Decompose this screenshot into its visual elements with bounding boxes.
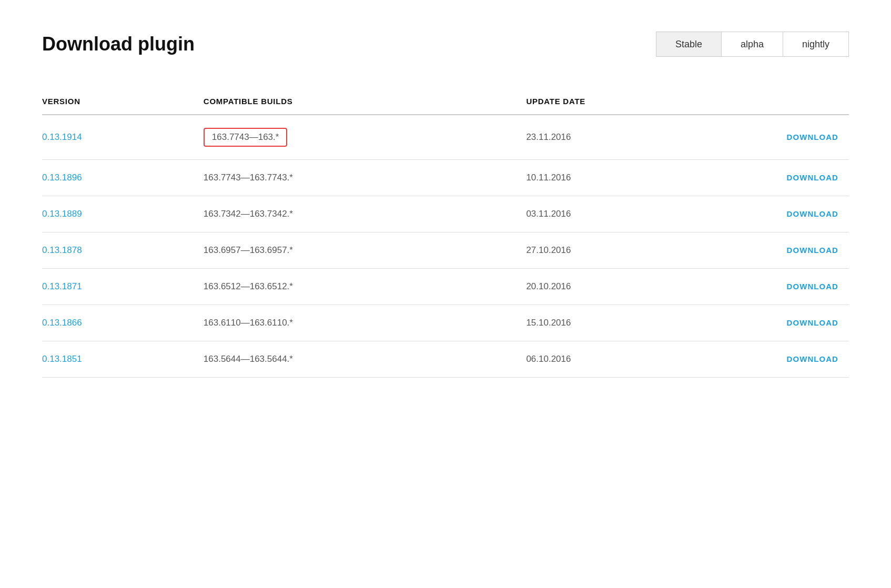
table-row: 0.13.1871163.6512—163.6512.*20.10.2016DO… [42,269,849,305]
col-header-download [728,88,849,115]
version-link[interactable]: 0.13.1871 [42,281,82,291]
download-button[interactable]: DOWNLOAD [787,173,838,182]
table-row: 0.13.1896163.7743—163.7743.*10.11.2016DO… [42,160,849,196]
builds-cell: 163.6957—163.6957.* [204,232,526,269]
builds-cell: 163.6110—163.6110.* [204,305,526,341]
page-header: Download plugin Stable alpha nightly [42,32,849,57]
date-cell: 23.11.2016 [526,115,728,160]
builds-cell: 163.5644—163.5644.* [204,341,526,378]
table-row: 0.13.1878163.6957—163.6957.*27.10.2016DO… [42,232,849,269]
download-button[interactable]: DOWNLOAD [787,354,838,363]
date-cell: 06.10.2016 [526,341,728,378]
download-button[interactable]: DOWNLOAD [787,246,838,255]
date-cell: 20.10.2016 [526,269,728,305]
download-button[interactable]: DOWNLOAD [787,133,838,141]
version-link[interactable]: 0.13.1851 [42,354,82,364]
date-cell: 03.11.2016 [526,196,728,232]
tab-stable[interactable]: Stable [656,32,722,56]
highlighted-builds: 163.7743—163.* [204,128,288,147]
table-row: 0.13.1914163.7743—163.*23.11.2016DOWNLOA… [42,115,849,160]
version-link[interactable]: 0.13.1878 [42,245,82,255]
version-link[interactable]: 0.13.1889 [42,209,82,219]
builds-cell: 163.7342—163.7342.* [204,196,526,232]
col-header-version: VERSION [42,88,204,115]
table-row: 0.13.1889163.7342—163.7342.*03.11.2016DO… [42,196,849,232]
version-link[interactable]: 0.13.1914 [42,132,82,142]
table-row: 0.13.1866163.6110—163.6110.*15.10.2016DO… [42,305,849,341]
plugins-table: VERSION COMPATIBLE BUILDS UPDATE DATE 0.… [42,88,849,378]
col-header-builds: COMPATIBLE BUILDS [204,88,526,115]
download-button[interactable]: DOWNLOAD [787,318,838,327]
tab-alpha[interactable]: alpha [722,32,783,56]
download-button[interactable]: DOWNLOAD [787,209,838,218]
builds-cell: 163.7743—163.7743.* [204,160,526,196]
tab-nightly[interactable]: nightly [783,32,848,56]
tab-group: Stable alpha nightly [656,32,849,57]
version-link[interactable]: 0.13.1896 [42,173,82,183]
col-header-date: UPDATE DATE [526,88,728,115]
date-cell: 27.10.2016 [526,232,728,269]
builds-cell: 163.6512—163.6512.* [204,269,526,305]
page-title: Download plugin [42,33,195,55]
date-cell: 15.10.2016 [526,305,728,341]
table-row: 0.13.1851163.5644—163.5644.*06.10.2016DO… [42,341,849,378]
download-button[interactable]: DOWNLOAD [787,282,838,291]
version-link[interactable]: 0.13.1866 [42,318,82,328]
date-cell: 10.11.2016 [526,160,728,196]
